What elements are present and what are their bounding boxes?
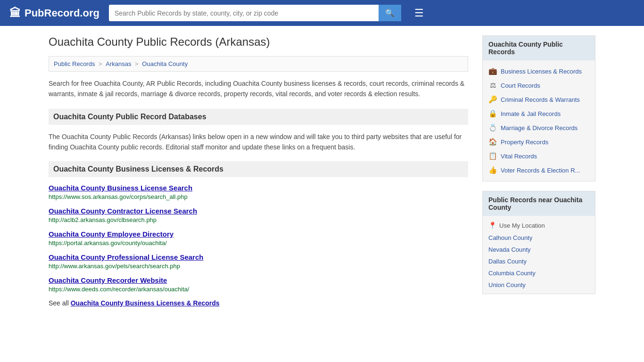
record-link-2[interactable]: Ouachita County Employee Directory (49, 230, 468, 238)
sidebar-nearby-box: Public Records near Ouachita County 📍 Us… (482, 191, 595, 294)
record-url-4: https://www.deeds.com/recorder/arkansas/… (49, 286, 189, 293)
sidebar: Ouachita County Public Records 💼 Busines… (482, 35, 595, 307)
home-icon: 🏠 (488, 138, 497, 146)
sidebar-records-body: 💼 Business Licenses & Records ⚖ Court Re… (483, 60, 595, 181)
record-item: Ouachita County Employee Directory https… (49, 230, 468, 247)
sidebar-records-header: Ouachita County Public Records (483, 36, 595, 60)
record-item: Ouachita County Recorder Website https:/… (49, 276, 468, 293)
sidebar-link-business[interactable]: 💼 Business Licenses & Records (483, 64, 595, 78)
logo-text: PubRecord.org (25, 7, 99, 19)
record-item: Ouachita County Business License Search … (49, 184, 468, 200)
site-logo[interactable]: 🏛 PubRecord.org (9, 7, 99, 20)
breadcrumb-sep-1: > (99, 60, 104, 67)
record-url-1: http://aclb2.arkansas.gov/clbsearch.php (49, 216, 157, 223)
record-link-4[interactable]: Ouachita County Recorder Website (49, 276, 468, 284)
breadcrumb-arkansas[interactable]: Arkansas (106, 60, 131, 67)
search-button[interactable]: 🔍 (379, 5, 401, 21)
sidebar-label-business: Business Licenses & Records (501, 68, 582, 75)
page-description: Search for free Ouachita County, AR Publ… (49, 78, 468, 99)
key-icon: 🔑 (488, 95, 497, 104)
search-input[interactable] (109, 5, 379, 21)
record-url-2: https://portal.arkansas.gov/county/ouach… (49, 239, 167, 247)
record-url-3: http://www.arkansas.gov/pels/search/sear… (49, 263, 180, 270)
record-url-0: https://www.sos.arkansas.gov/corps/searc… (49, 193, 188, 200)
see-all-prefix: See all (49, 299, 71, 307)
ring-icon: 💍 (488, 123, 497, 132)
menu-icon[interactable]: ☰ (414, 7, 424, 19)
court-icon: ⚖ (488, 81, 497, 90)
nearby-county-2[interactable]: Dallas County (483, 255, 595, 267)
nearby-county-4[interactable]: Union County (483, 279, 595, 291)
record-item: Ouachita County Professional License Sea… (49, 253, 468, 270)
breadcrumb: Public Records > Arkansas > Ouachita Cou… (49, 56, 468, 72)
sidebar-nearby-header: Public Records near Ouachita County (483, 191, 595, 216)
lock-icon: 🔒 (488, 109, 497, 118)
breadcrumb-public-records[interactable]: Public Records (54, 60, 95, 67)
breadcrumb-sep-2: > (135, 60, 140, 67)
nearby-county-1[interactable]: Nevada County (483, 244, 595, 255)
use-location-button[interactable]: 📍 Use My Location (483, 219, 595, 232)
record-item: Ouachita County Contractor License Searc… (49, 207, 468, 223)
sidebar-label-court: Court Records (501, 82, 540, 89)
sidebar-link-voter[interactable]: 👍 Voter Records & Election R... (483, 163, 595, 177)
clipboard-icon: 📋 (488, 152, 497, 160)
thumbsup-icon: 👍 (488, 166, 497, 174)
sidebar-label-marriage: Marriage & Divorce Records (501, 124, 578, 132)
sidebar-label-vital: Vital Records (501, 153, 537, 160)
sidebar-link-property[interactable]: 🏠 Property Records (483, 135, 595, 149)
sidebar-label-criminal: Criminal Records & Warrants (501, 96, 580, 103)
site-header: 🏛 PubRecord.org 🔍 ☰ (0, 0, 644, 26)
search-bar: 🔍 (109, 5, 401, 21)
use-location-label: Use My Location (499, 222, 545, 229)
business-section-header: Ouachita County Business Licenses & Reco… (49, 161, 468, 177)
main-content: Ouachita County Public Records (Arkansas… (49, 35, 468, 307)
sidebar-label-inmate: Inmate & Jail Records (501, 110, 561, 117)
record-link-0[interactable]: Ouachita County Business License Search (49, 184, 468, 192)
sidebar-link-vital[interactable]: 📋 Vital Records (483, 149, 595, 163)
sidebar-nearby-body: 📍 Use My Location Calhoun County Nevada … (483, 216, 595, 294)
sidebar-link-inmate[interactable]: 🔒 Inmate & Jail Records (483, 107, 595, 121)
breadcrumb-ouachita-county[interactable]: Ouachita County (142, 60, 188, 67)
databases-body-text: The Ouachita County Public Records (Arka… (49, 132, 468, 153)
nearby-county-3[interactable]: Columbia County (483, 267, 595, 279)
see-all-link[interactable]: Ouachita County Business Licenses & Reco… (71, 299, 220, 307)
records-list: Ouachita County Business License Search … (49, 184, 468, 293)
sidebar-link-criminal[interactable]: 🔑 Criminal Records & Warrants (483, 92, 595, 107)
see-all-section: See all Ouachita County Business License… (49, 299, 468, 307)
logo-icon: 🏛 (9, 7, 21, 20)
pin-icon: 📍 (488, 222, 496, 229)
databases-section-header: Ouachita County Public Record Databases (49, 109, 468, 125)
sidebar-label-voter: Voter Records & Election R... (501, 167, 580, 174)
sidebar-link-court[interactable]: ⚖ Court Records (483, 78, 595, 92)
sidebar-link-marriage[interactable]: 💍 Marriage & Divorce Records (483, 121, 595, 135)
sidebar-label-property: Property Records (501, 139, 548, 146)
record-link-1[interactable]: Ouachita County Contractor License Searc… (49, 207, 468, 215)
nearby-county-0[interactable]: Calhoun County (483, 232, 595, 244)
sidebar-records-box: Ouachita County Public Records 💼 Busines… (482, 35, 595, 181)
briefcase-icon: 💼 (488, 67, 497, 75)
record-link-3[interactable]: Ouachita County Professional License Sea… (49, 253, 468, 261)
page-title: Ouachita County Public Records (Arkansas… (49, 35, 468, 49)
search-icon: 🔍 (385, 9, 395, 17)
